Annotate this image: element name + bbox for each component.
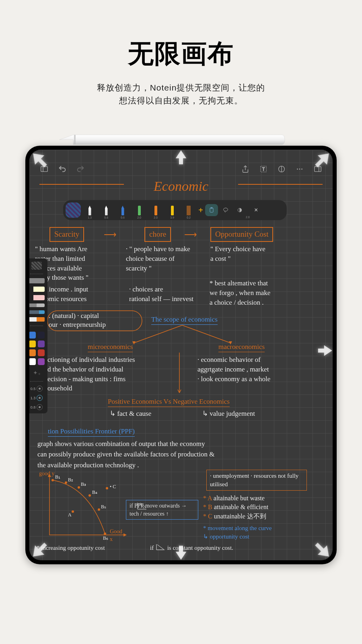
expand-arrow-e bbox=[317, 343, 333, 359]
current-swatch[interactable] bbox=[66, 202, 81, 218]
svg-point-16 bbox=[51, 479, 54, 481]
pen-0[interactable]: 1.3 bbox=[82, 200, 97, 220]
box-opportunity: Opportunity Cost bbox=[210, 227, 273, 242]
color-swatch-6[interactable] bbox=[29, 358, 36, 365]
text-icon[interactable]: T bbox=[257, 163, 269, 175]
pen-2[interactable]: 0.6 bbox=[115, 200, 130, 220]
stylus-hero-image bbox=[56, 133, 286, 147]
color-swatch-4[interactable] bbox=[29, 349, 36, 356]
brush-tool-6[interactable] bbox=[29, 317, 45, 322]
svg-point-17 bbox=[65, 481, 67, 484]
size-0[interactable]: 0.5 bbox=[31, 386, 43, 392]
expand-arrow-s bbox=[173, 545, 189, 560]
svg-point-13 bbox=[224, 208, 228, 211]
color-swatch-7[interactable] bbox=[38, 358, 45, 365]
box-chore: chore bbox=[144, 227, 171, 242]
svg-text:• C: • C bbox=[110, 484, 116, 489]
svg-point-21 bbox=[104, 533, 106, 535]
side-box: · unemployment · resources not fully uti… bbox=[206, 470, 307, 491]
color-swatch-0[interactable] bbox=[29, 332, 36, 339]
svg-text:B₃: B₃ bbox=[81, 481, 86, 487]
favorite-icon[interactable]: ✦₊ bbox=[33, 369, 41, 376]
svg-rect-0 bbox=[74, 135, 76, 144]
lasso-tool[interactable] bbox=[219, 204, 232, 216]
more-icon[interactable] bbox=[294, 163, 306, 175]
shape-icon[interactable] bbox=[276, 163, 288, 175]
undo-icon[interactable] bbox=[56, 163, 68, 175]
close-toolbar-button[interactable]: × bbox=[251, 206, 261, 214]
svg-point-23 bbox=[106, 487, 108, 489]
tablet-frame: T Economic 1.30.80.62.02.03.90.2 + 2.0 × bbox=[25, 146, 337, 564]
svg-point-22 bbox=[72, 510, 74, 513]
app-screen: T Economic 1.30.80.62.02.03.90.2 + 2.0 × bbox=[29, 150, 333, 560]
pen-toolbar[interactable]: 1.30.80.62.02.03.90.2 + 2.0 × bbox=[63, 200, 287, 220]
eraser-size: 2.0 bbox=[246, 216, 250, 220]
color-swatch-2[interactable] bbox=[29, 341, 36, 347]
pen-6[interactable]: 0.2 bbox=[181, 200, 196, 220]
pen-4[interactable]: 2.0 bbox=[148, 200, 163, 220]
pattern-swatch[interactable] bbox=[31, 262, 42, 270]
marketing-subtitle: 释放创造力，Notein提供无限空间，让您的想法得以自由发展，无拘无束。 bbox=[0, 81, 362, 107]
clipboard-tool[interactable] bbox=[205, 204, 218, 216]
svg-point-8 bbox=[301, 169, 302, 170]
svg-point-6 bbox=[297, 169, 298, 170]
svg-point-20 bbox=[98, 508, 100, 511]
color-swatch-3[interactable] bbox=[38, 341, 45, 347]
brush-tool-3[interactable] bbox=[29, 295, 45, 300]
eraser-tool[interactable] bbox=[233, 204, 246, 216]
brush-tool-2[interactable] bbox=[29, 287, 45, 292]
pen-1[interactable]: 0.8 bbox=[99, 200, 114, 220]
redo-icon[interactable] bbox=[74, 163, 86, 175]
svg-text:B₅: B₅ bbox=[101, 504, 106, 510]
share-icon[interactable] bbox=[239, 163, 251, 175]
expand-arrow-n bbox=[173, 150, 189, 165]
side-toolbar[interactable]: ✦₊ 0.5 1.3 0.8 bbox=[29, 258, 47, 413]
svg-text:A: A bbox=[68, 512, 72, 518]
svg-point-7 bbox=[299, 169, 300, 170]
brush-tool-1[interactable] bbox=[29, 278, 45, 283]
box-scarcity: Scarcity bbox=[49, 227, 84, 242]
svg-text:B₄: B₄ bbox=[92, 489, 97, 495]
svg-point-19 bbox=[88, 494, 91, 497]
color-swatch-5[interactable] bbox=[38, 349, 45, 356]
size-2[interactable]: 0.8 bbox=[31, 404, 43, 410]
size-1[interactable]: 1.3 bbox=[31, 395, 43, 401]
marketing-title: 无限画布 bbox=[0, 0, 362, 81]
add-pen-button[interactable]: + bbox=[197, 206, 204, 215]
svg-text:B₁: B₁ bbox=[55, 474, 60, 480]
svg-point-18 bbox=[78, 486, 80, 489]
pen-5[interactable]: 3.9 bbox=[165, 200, 180, 220]
svg-text:T: T bbox=[262, 167, 265, 171]
svg-text:B₂: B₂ bbox=[68, 477, 73, 483]
color-swatch-1[interactable] bbox=[38, 332, 45, 339]
pen-3[interactable]: 2.0 bbox=[132, 200, 147, 220]
brush-tool-5[interactable] bbox=[29, 310, 45, 314]
svg-text:B₆: B₆ bbox=[103, 535, 108, 541]
brush-tool-4[interactable] bbox=[29, 303, 45, 307]
ppf-if-box: if PPF move outwards → tech / resources … bbox=[126, 500, 198, 520]
